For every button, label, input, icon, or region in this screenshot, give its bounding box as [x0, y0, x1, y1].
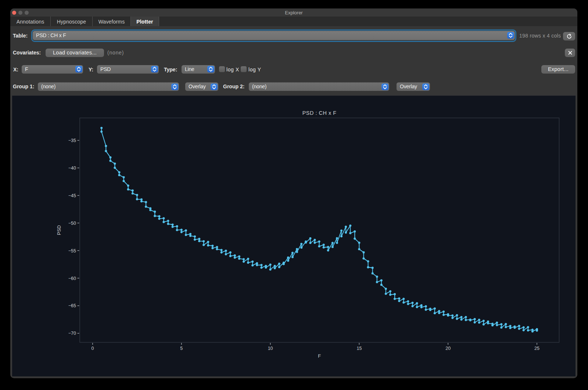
svg-text:20: 20: [445, 346, 451, 351]
svg-text:−50: −50: [68, 221, 76, 226]
svg-text:−55: −55: [68, 248, 76, 253]
svg-text:−70: −70: [68, 331, 76, 336]
svg-text:PSD : CH x F: PSD : CH x F: [302, 110, 337, 116]
svg-text:−60: −60: [68, 276, 76, 281]
svg-text:F: F: [318, 353, 321, 359]
svg-text:10: 10: [268, 346, 273, 351]
svg-text:5: 5: [180, 346, 183, 351]
svg-text:−40: −40: [68, 166, 76, 171]
svg-text:15: 15: [356, 346, 362, 351]
svg-text:25: 25: [534, 346, 539, 351]
svg-text:0: 0: [92, 346, 94, 351]
svg-text:−45: −45: [68, 193, 76, 198]
svg-text:−35: −35: [68, 138, 76, 143]
svg-text:PSD: PSD: [56, 225, 62, 235]
svg-text:−65: −65: [68, 303, 76, 308]
